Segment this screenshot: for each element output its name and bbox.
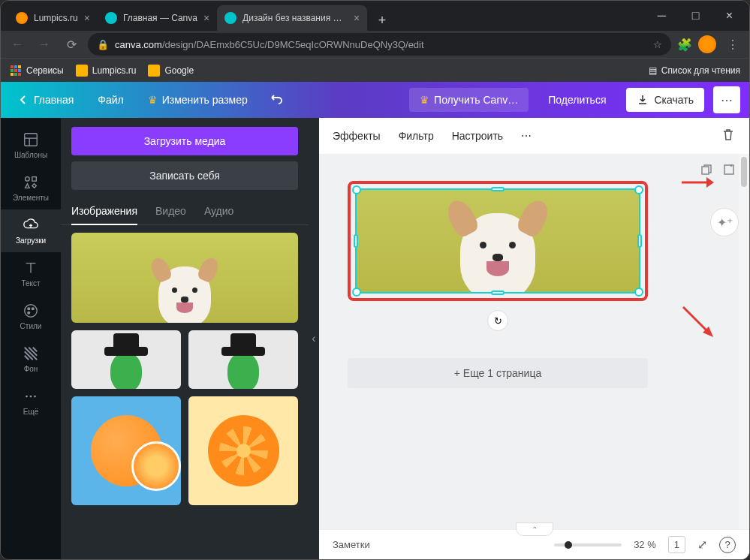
nav-background[interactable]: Фон [1,338,61,381]
add-page-bar[interactable]: + Еще 1 страница [348,358,648,388]
nav-elements[interactable]: Элементы [1,167,61,209]
bookmark-lumpics[interactable]: Lumpics.ru [76,65,137,77]
toolbar-more-button[interactable]: ⋯ [521,130,532,142]
tab-canva-design[interactable]: Дизайн без названия — 1280 × [217,5,367,31]
page-number: 1 [674,539,679,550]
nav-templates[interactable]: Шаблоны [1,124,61,167]
page-indicator[interactable]: 1 [668,536,685,553]
selected-element[interactable]: ↻ [348,181,648,301]
help-button[interactable]: ? [719,537,736,553]
file-button[interactable]: Файл [90,89,131,110]
svg-point-10 [26,177,30,182]
record-self-button[interactable]: Записать себя [71,161,298,190]
upload-media-button[interactable]: Загрузить медиа [71,127,298,155]
profile-avatar[interactable] [698,35,716,53]
resize-handle[interactable] [491,291,505,295]
tab-images[interactable]: Изображения [71,197,137,224]
reload-button[interactable]: ⟳ [61,34,82,55]
uploads-icon [23,217,39,233]
bookmark-label: Google [164,65,194,76]
close-button[interactable]: × [712,5,746,27]
fullscreen-button[interactable]: ⤢ [697,537,707,552]
apps-icon [10,65,22,77]
rotate-button[interactable]: ↻ [487,310,508,331]
media-item-dog[interactable] [71,233,298,323]
nav-label: Фон [24,365,38,373]
star-icon[interactable]: ☆ [653,39,662,50]
close-icon[interactable]: × [84,12,90,24]
download-button[interactable]: Скачать [626,88,705,112]
tab-video[interactable]: Видео [155,197,186,224]
media-item-mask-1[interactable] [71,330,181,389]
close-icon[interactable]: × [203,12,209,24]
resize-handle[interactable] [354,234,358,248]
resize-handle[interactable] [352,185,361,194]
nav-text[interactable]: Текст [1,252,61,295]
nav-uploads[interactable]: Загрузки [1,209,61,252]
get-canva-button[interactable]: ♛ Получить Canv… [409,88,529,112]
canvas-area: Эффекты Фильтр Настроить ⋯ [319,118,749,559]
nav-more[interactable]: Ещё [1,381,61,423]
url-domain: canva.com [115,39,162,50]
maximize-button[interactable]: □ [679,5,712,27]
svg-point-13 [28,308,30,310]
filter-button[interactable]: Фильтр [399,130,434,142]
forward-button[interactable]: → [34,34,55,55]
nav-label: Стили [20,322,42,330]
lock-icon: 🔒 [97,39,109,50]
menu-icon[interactable]: ⋮ [722,34,743,55]
resize-handle[interactable] [491,187,505,191]
share-button[interactable]: Поделиться [538,88,616,112]
add-page-button[interactable] [722,163,736,179]
templates-icon [23,131,39,148]
effects-button[interactable]: Эффекты [333,130,381,142]
svg-rect-2 [18,65,21,68]
nav-styles[interactable]: Стили [1,295,61,338]
close-icon[interactable]: × [354,12,360,24]
window-controls: ─ □ × [645,5,746,27]
delete-button[interactable] [721,127,736,145]
resize-button[interactable]: ♛ Изменить размер [140,89,255,110]
browser-titlebar: Lumpics.ru × Главная — Canva × Дизайн бе… [1,1,749,31]
canvas-footer: ⌃ Заметки 32 % 1 ⤢ ? [319,529,749,559]
home-button[interactable]: Главная [10,89,81,110]
bookmark-google[interactable]: Google [148,65,194,77]
url-path: /design/DAEmxb6C5Uc/D9MC5eqIcORWNnuDeQNy… [162,39,424,50]
resize-handle[interactable] [637,234,642,248]
reading-list-button[interactable]: ▤ Список для чтения [649,65,740,76]
svg-rect-7 [14,73,17,76]
resize-handle[interactable] [352,288,361,297]
scrollbar-vertical[interactable] [739,154,749,529]
media-item-orange-2[interactable] [188,396,298,505]
zoom-slider[interactable] [554,543,622,546]
extensions-icon[interactable]: 🧩 [677,38,692,52]
filter-label: Фильтр [399,130,434,142]
undo-button[interactable] [264,86,288,113]
minimize-button[interactable]: ─ [645,5,679,27]
background-icon [23,345,39,362]
magic-button[interactable]: ✦⁺ [710,208,739,236]
back-button[interactable]: ← [7,34,28,55]
resize-handle[interactable] [634,185,643,194]
add-page-label: + Еще 1 страница [454,367,541,379]
effects-label: Эффекты [333,130,381,142]
bookmarks-bar: Сервисы Lumpics.ru Google ▤ Список для ч… [1,58,749,82]
chevron-left-icon [17,94,29,106]
bookmark-services[interactable]: Сервисы [10,65,64,77]
media-item-orange-1[interactable] [71,396,181,505]
crown-icon: ♛ [420,94,429,106]
canvas-workspace[interactable]: ↻ ✦⁺ + Еще 1 страница [319,154,749,559]
collapse-panel-button[interactable]: ‹ [309,118,319,559]
url-input[interactable]: 🔒 canva.com/design/DAEmxb6C5Uc/D9MC5eqIc… [88,33,671,56]
tab-audio[interactable]: Аудио [204,197,234,224]
adjust-button[interactable]: Настроить [452,130,503,142]
tab-canva-home[interactable]: Главная — Canva × [98,5,217,31]
adjust-label: Настроить [452,130,503,142]
more-button[interactable]: ⋯ [713,86,740,113]
tab-lumpics[interactable]: Lumpics.ru × [8,5,98,31]
media-item-mask-2[interactable] [188,330,298,389]
notes-button[interactable]: Заметки [333,539,370,550]
expand-notes-button[interactable]: ⌃ [516,522,553,536]
resize-handle[interactable] [634,288,643,297]
new-tab-button[interactable]: + [372,10,393,31]
